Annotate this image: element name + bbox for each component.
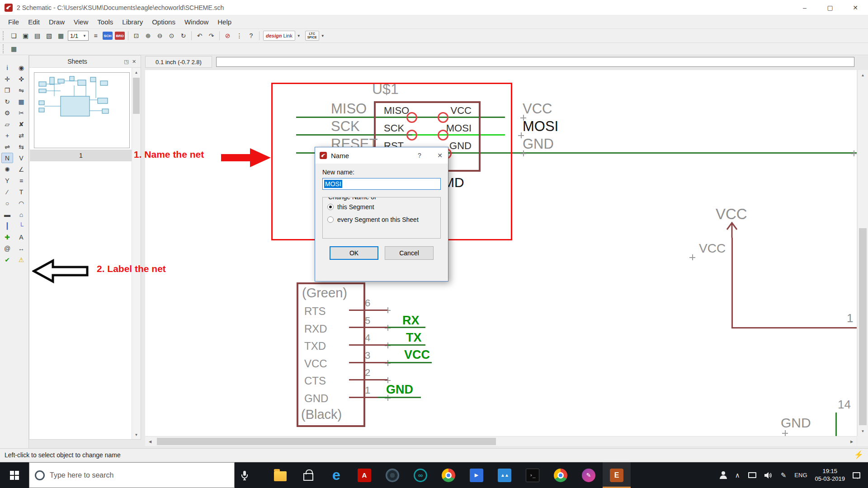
tool-name[interactable]: N xyxy=(1,153,13,163)
tool-arc[interactable]: ◠ xyxy=(15,198,27,208)
menu-file[interactable]: File xyxy=(4,16,24,28)
tool-rect[interactable]: ▬ xyxy=(1,209,13,220)
volume-icon[interactable] xyxy=(760,462,777,488)
tool-delete[interactable]: ✘ xyxy=(15,119,27,129)
tool-bus[interactable]: ┃ xyxy=(1,221,13,231)
tool-smash[interactable]: ✺ xyxy=(1,164,13,174)
help-button[interactable]: ? xyxy=(245,30,257,42)
zoom-in-button[interactable]: ⊕ xyxy=(142,30,154,42)
pin-name[interactable]: TXD xyxy=(304,338,328,355)
net-label-rx[interactable]: RX xyxy=(402,314,420,328)
display-icon[interactable] xyxy=(744,462,760,488)
tool-rotate[interactable]: ↻ xyxy=(1,96,13,107)
menu-view[interactable]: View xyxy=(69,16,93,28)
schematic-button[interactable]: SCH xyxy=(103,32,113,40)
tool-wire[interactable]: ∕ xyxy=(1,187,13,197)
net-label-gnd[interactable]: GND xyxy=(386,383,413,397)
net-wire-vcc[interactable] xyxy=(387,362,432,363)
zoom-out-button[interactable]: ⊖ xyxy=(154,30,165,42)
net-wire-gnd[interactable] xyxy=(378,397,421,398)
net-label[interactable]: MOSI xyxy=(523,117,558,135)
layer-settings-button[interactable]: ≡ xyxy=(90,30,101,42)
scrollbar-thumb[interactable] xyxy=(133,78,140,114)
zoom-fit-button[interactable]: ⊡ xyxy=(131,30,142,42)
command-line-input[interactable] xyxy=(216,57,854,67)
trace-button[interactable]: ⋮ xyxy=(234,30,245,42)
pen-icon[interactable]: ✎ xyxy=(777,462,791,488)
tool-net[interactable]: └ xyxy=(15,221,27,231)
board-button[interactable]: BRD xyxy=(115,32,125,40)
taskbar-clock[interactable]: 19:15 05-03-2019 xyxy=(811,468,849,483)
pin-name[interactable]: CTS xyxy=(304,372,328,390)
start-button[interactable] xyxy=(0,462,29,488)
people-icon[interactable] xyxy=(716,462,731,488)
scrollbar-thumb[interactable] xyxy=(859,228,867,425)
cancel-button[interactable]: Cancel xyxy=(385,246,434,260)
open-button[interactable]: ❏ xyxy=(8,30,19,42)
tool-value[interactable]: V xyxy=(15,153,27,163)
zoom-select-button[interactable]: ⊙ xyxy=(166,30,177,42)
language-indicator[interactable]: ENG xyxy=(790,462,811,488)
tool-replace[interactable]: ⇌ xyxy=(1,141,13,152)
new-name-input[interactable]: MOSI xyxy=(322,178,441,190)
close-button[interactable]: ✕ xyxy=(843,0,868,15)
dialog-help-button[interactable]: ? xyxy=(411,147,428,164)
ltspice-button[interactable]: LTC SPICE xyxy=(305,31,319,41)
tool-errors[interactable]: ⚠ xyxy=(15,254,27,265)
menu-help[interactable]: Help xyxy=(213,16,236,28)
menu-options[interactable]: Options xyxy=(147,16,180,28)
tool-info[interactable]: i xyxy=(1,62,13,73)
show-hidden-icons-chevron[interactable]: ∧ xyxy=(731,462,744,488)
menu-draw[interactable]: Draw xyxy=(44,16,69,28)
taskbar-cmd[interactable]: ›_ xyxy=(519,462,547,488)
taskbar-adobe-reader[interactable]: A xyxy=(350,462,378,488)
maximize-button[interactable]: ▢ xyxy=(817,0,843,15)
tool-invoke[interactable]: ≡ xyxy=(15,175,27,186)
scroll-down-icon[interactable]: ▼ xyxy=(858,426,868,436)
tool-cut[interactable]: ✂ xyxy=(15,108,27,118)
tool-change[interactable]: ⚙ xyxy=(1,108,13,118)
scroll-left-icon[interactable]: ◀ xyxy=(145,436,155,446)
net-label-tx[interactable]: TX xyxy=(406,331,422,345)
tool-display[interactable]: ◉ xyxy=(15,62,27,73)
menu-edit[interactable]: Edit xyxy=(24,16,44,28)
connector-top-label[interactable]: (Green) xyxy=(302,286,347,300)
tool-junction[interactable]: ✚ xyxy=(1,232,13,242)
scroll-down-icon[interactable]: ▼ xyxy=(132,430,141,439)
search-input[interactable] xyxy=(50,471,229,479)
taskbar-eagle[interactable]: E xyxy=(603,462,631,488)
menu-tools[interactable]: Tools xyxy=(93,16,118,28)
ok-button[interactable]: OK xyxy=(330,246,378,260)
tool-label[interactable]: A xyxy=(15,232,27,242)
tool-text[interactable]: T xyxy=(15,187,27,197)
taskbar-file-explorer[interactable] xyxy=(266,462,294,488)
taskbar-camera-app[interactable] xyxy=(378,462,406,488)
sheet-selector[interactable]: 1/1 ▼ xyxy=(68,31,89,41)
tool-mark[interactable]: ✛ xyxy=(1,74,13,84)
net-label[interactable]: VCC xyxy=(523,100,558,117)
design-link-button[interactable]: design Link xyxy=(263,31,295,41)
net-label-vcc[interactable]: VCC xyxy=(404,348,430,362)
connector-bottom-label[interactable]: (Black) xyxy=(301,407,342,422)
scroll-up-icon[interactable]: ▲ xyxy=(132,68,141,77)
tool-split[interactable]: Y xyxy=(1,175,13,186)
export-image-button[interactable]: ▧ xyxy=(43,30,55,42)
print-button[interactable]: ▤ xyxy=(32,30,43,42)
taskbar-search[interactable] xyxy=(29,462,235,488)
tool-miter[interactable]: ∠ xyxy=(15,164,27,174)
sheet-thumbnail[interactable] xyxy=(34,72,130,148)
menu-library[interactable]: Library xyxy=(118,16,147,28)
tool-copy[interactable]: ❐ xyxy=(1,85,13,95)
undo-button[interactable]: ↶ xyxy=(194,30,205,42)
canvas-vertical-scrollbar[interactable]: ▲ ▼ xyxy=(857,70,868,436)
pin-name[interactable]: VCC xyxy=(304,355,328,373)
grid-toggle-button[interactable]: ▦ xyxy=(8,43,19,55)
tool-attribute[interactable]: @ xyxy=(1,243,13,253)
pin-name[interactable]: RXD xyxy=(304,320,328,338)
action-center-icon[interactable] xyxy=(849,462,864,488)
taskbar-store[interactable] xyxy=(294,462,322,488)
minimize-button[interactable]: – xyxy=(792,0,817,15)
tool-move[interactable]: ✜ xyxy=(15,74,27,84)
vcc-pin-label[interactable]: VCC xyxy=(699,241,726,256)
scroll-right-icon[interactable]: ▶ xyxy=(847,436,857,446)
